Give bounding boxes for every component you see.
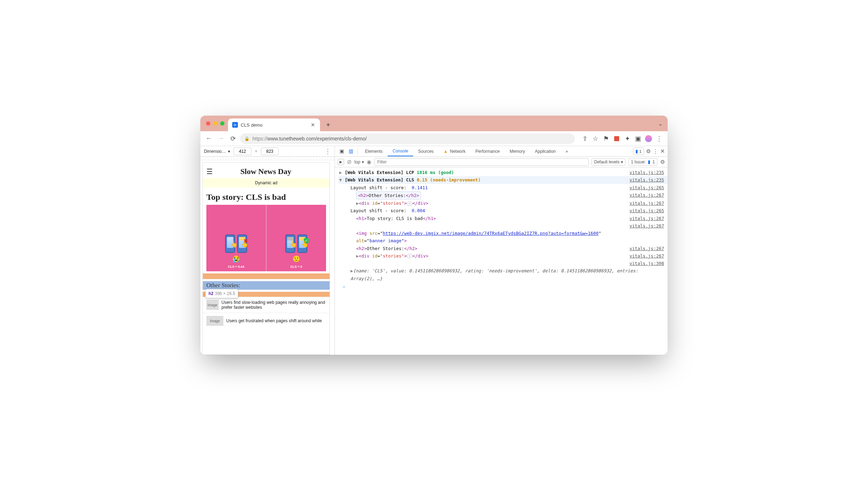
console-row[interactable]: ▼ [Web Vitals Extension] CLS 0.15 (needs… [338, 176, 668, 184]
panel-icon[interactable]: ▣ [633, 134, 643, 144]
share-icon[interactable]: ⇪ [580, 134, 590, 144]
settings-icon[interactable]: ⚙ [646, 148, 651, 155]
console-row: Layout shift - score: 0.1411 vitals.js:2… [338, 184, 668, 191]
cls-overlay-region [203, 273, 330, 279]
tab-performance[interactable]: Performance [470, 146, 505, 156]
dimensions-bar: Dimensio… ▾ × ⋮ [200, 146, 335, 157]
profile-avatar[interactable] [644, 134, 653, 144]
console-row[interactable]: ▶ [Web Vitals Extension] LCP 1816 ms (go… [338, 169, 668, 176]
log-prefix: [Web Vitals Extension] [345, 170, 404, 175]
devtools-menu-icon[interactable]: ⋮ [653, 148, 658, 155]
expand-icon[interactable]: ▶ [338, 169, 343, 176]
minimize-window-icon[interactable] [213, 121, 217, 126]
source-link[interactable]: vitals.js:265 [629, 207, 664, 214]
inspect-icon[interactable]: ▣ [337, 146, 346, 156]
element-preview[interactable]: <h2>Other Stories:</h2> [356, 191, 421, 199]
width-input[interactable] [234, 147, 251, 155]
clear-console-icon[interactable]: ⊘ [347, 158, 352, 165]
extension-square-icon[interactable] [612, 134, 622, 144]
console-row[interactable]: <h1>Top story: CLS is bad</h1> vitals.js… [338, 215, 668, 222]
close-devtools-icon[interactable]: ✕ [660, 148, 665, 155]
messages-pill[interactable]: ▮1 [633, 147, 644, 155]
tabs-overflow-icon[interactable]: » [561, 146, 573, 156]
console-row[interactable]: <h2>Other Stories:</h2> vitals.js:267 [338, 245, 668, 252]
console-row[interactable]: ▶<div id="stories">⋯</div> vitals.js:267 [338, 252, 668, 260]
device-select[interactable]: Dimensio… ▾ [204, 149, 230, 154]
source-link[interactable]: vitals.js:267 [629, 191, 664, 199]
tab-application[interactable]: Application [530, 146, 561, 156]
close-tab-icon[interactable]: ✕ [311, 122, 315, 128]
window-controls [205, 116, 228, 131]
dimensions-label: Dimensio… [204, 149, 226, 154]
reload-button[interactable]: ⟳ [228, 134, 238, 144]
object-preview[interactable]: {name: 'CLS', value: 0.14511862860986932… [350, 268, 638, 281]
ellipsis-icon[interactable]: ⋯ [407, 202, 412, 206]
context-select[interactable]: top ▾ [354, 160, 364, 164]
back-button[interactable]: ← [204, 134, 214, 144]
log-prefix: [Web Vitals Extension] [345, 177, 404, 183]
hero-left-caption: CLS = 0.44 [228, 265, 244, 268]
source-link[interactable]: vitals.js:267 [629, 245, 664, 252]
fullscreen-window-icon[interactable] [220, 121, 224, 126]
console-row[interactable]: <img src="https://web-dev.imgix.net/imag… [338, 230, 668, 245]
console-settings-icon[interactable]: ⚙ [660, 159, 665, 165]
tab-network[interactable]: ▲Network [439, 146, 470, 156]
collapse-icon[interactable]: ▼ [338, 176, 343, 184]
console-row: Layout shift - score: 0.004 vitals.js:26… [338, 207, 668, 214]
hero-image: 👆 ✖👆 😭 CLS = 0.44 👆 ✓👆 [206, 205, 326, 271]
source-link[interactable]: vitals.js:235 [629, 169, 664, 176]
story-row[interactable]: Image Users find slow-loading web pages … [203, 297, 330, 313]
tab-favicon-icon: ⟳ [232, 122, 238, 128]
log-levels-select[interactable]: Default levels ▾ [592, 158, 626, 166]
pointer-icon: 👆 [301, 240, 309, 248]
preview-menu-icon[interactable]: ⋮ [325, 147, 331, 155]
expand-icon[interactable]: ▶ [350, 268, 353, 273]
main-area: Dimensio… ▾ × ⋮ ☰ Slow News Day [200, 146, 668, 355]
tabs-dropdown-icon[interactable]: ⌄ [658, 120, 663, 127]
issues-pill[interactable]: 1 Issue: ▮ 1 [628, 158, 657, 166]
times-icon: × [255, 149, 257, 154]
menu-icon[interactable]: ⋮ [654, 134, 664, 144]
story-row[interactable]: Image Users get frustrated when pages sh… [203, 313, 330, 329]
source-link[interactable]: vitals.js:235 [629, 176, 664, 184]
tab-elements[interactable]: Elements [360, 146, 388, 156]
shift-label: Layout shift - score: [350, 208, 406, 213]
tab-memory[interactable]: Memory [505, 146, 530, 156]
source-link[interactable]: vitals.js:267 [629, 252, 664, 260]
source-link[interactable]: vitals.js:265 [629, 184, 664, 191]
device-toggle-icon[interactable]: ▥ [346, 146, 355, 156]
eye-icon[interactable]: ◉ [367, 159, 371, 165]
lock-icon: 🔒 [244, 136, 250, 141]
shift-label: Layout shift - score: [350, 185, 406, 190]
console-row[interactable]: ▶<div id="stories">⋯</div> vitals.js:267 [338, 199, 668, 207]
hamburger-icon[interactable]: ☰ [206, 167, 213, 176]
img-src-url[interactable]: https://web-dev.imgix.net/image/admin/74… [383, 231, 599, 236]
expand-icon[interactable]: ▶ [356, 201, 359, 206]
source-link[interactable]: vitals.js:308 [629, 260, 664, 267]
address-bar[interactable]: 🔒 https://www.tunetheweb.com/experiments… [240, 133, 575, 144]
console-row[interactable]: <h2>Other Stories:</h2> vitals.js:267 [338, 191, 668, 199]
console-output: ▶ [Web Vitals Extension] LCP 1816 ms (go… [335, 167, 668, 355]
ellipsis-icon[interactable]: ⋯ [407, 254, 412, 258]
browser-tab[interactable]: ⟳ CLS demo ✕ [228, 118, 320, 131]
console-filter-input[interactable] [374, 158, 589, 166]
bookmark-icon[interactable]: ☆ [590, 134, 600, 144]
source-link[interactable]: vitals.js:267 [629, 215, 664, 222]
close-window-icon[interactable] [206, 121, 210, 126]
shift-score: 0.004 [412, 208, 425, 213]
rendered-page: ☰ Slow News Day Dynamic ad Top story: CL… [202, 162, 330, 355]
tab-sources[interactable]: Sources [413, 146, 439, 156]
expand-icon[interactable]: ▶ [356, 253, 359, 259]
extensions-puzzle-icon[interactable]: ✦ [622, 134, 632, 144]
source-link[interactable]: vitals.js:267 [629, 199, 664, 207]
flag-icon[interactable]: ⚑ [601, 134, 611, 144]
console-row[interactable]: ▶{name: 'CLS', value: 0.1451186286098693… [338, 267, 668, 282]
tab-console[interactable]: Console [388, 146, 413, 156]
console-prompt[interactable]: › [338, 282, 668, 291]
source-link[interactable]: vitals.js:267 [629, 222, 664, 230]
new-tab-button[interactable]: + [323, 120, 333, 130]
url-text: https://www.tunetheweb.com/experiments/c… [252, 136, 367, 141]
height-input[interactable] [261, 147, 279, 155]
play-icon[interactable]: ▶ [338, 159, 344, 165]
message-icon: ▮ [635, 149, 638, 154]
